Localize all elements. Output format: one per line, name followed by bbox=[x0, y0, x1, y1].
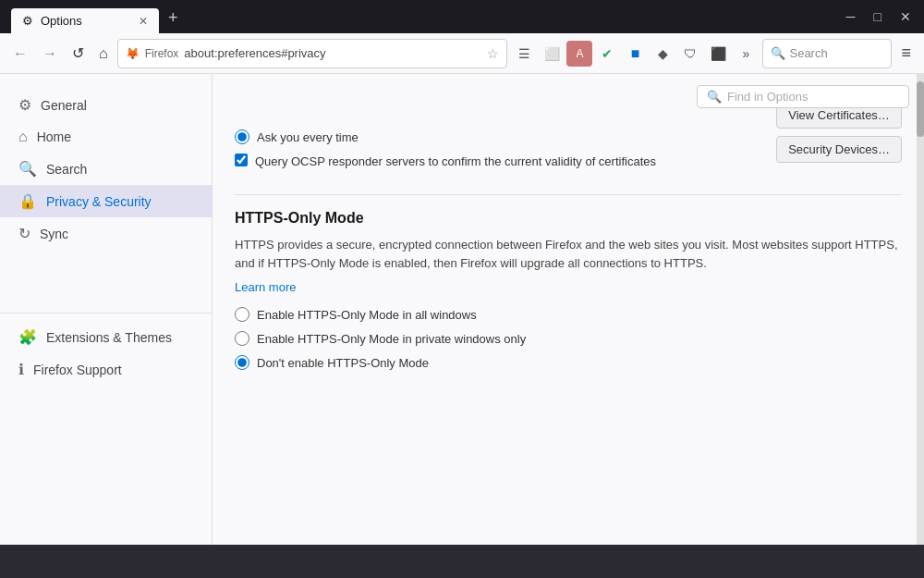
close-tab-icon[interactable]: ✕ bbox=[139, 15, 148, 28]
https-disable-label: Don't enable HTTPS-Only Mode bbox=[257, 356, 429, 370]
forward-button[interactable]: → bbox=[37, 42, 63, 66]
certificate-buttons: View Certificates… Security Devices… bbox=[776, 102, 902, 163]
new-tab-button[interactable]: + bbox=[159, 3, 188, 33]
content-body: Ask you every time Query OCSP responder … bbox=[235, 129, 902, 370]
radio-ask-every-time[interactable] bbox=[235, 129, 249, 144]
general-icon: ⚙ bbox=[18, 96, 31, 114]
sidebar: ⚙ General ⌂ Home 🔍 Search 🔒 Privacy & Se… bbox=[0, 74, 213, 545]
sync-icon: ↻ bbox=[18, 225, 30, 242]
sidebar-label-search: Search bbox=[46, 162, 87, 177]
title-bar: ⚙ Options ✕ + ─ □ ✕ bbox=[0, 0, 924, 33]
shield-verified-icon[interactable]: ✔ bbox=[594, 41, 620, 67]
search-placeholder: Search bbox=[789, 46, 827, 60]
https-private-only-label: Enable HTTPS-Only Mode in private window… bbox=[257, 332, 526, 346]
learn-more-link[interactable]: Learn more bbox=[235, 280, 296, 294]
sidebar-item-search[interactable]: 🔍 Search bbox=[0, 153, 212, 185]
more-tools-icon[interactable]: » bbox=[733, 41, 759, 67]
synced-tabs-icon[interactable]: ⬜ bbox=[539, 41, 565, 67]
https-all-windows-row: Enable HTTPS-Only Mode in all windows bbox=[235, 307, 902, 322]
search-bar[interactable]: 🔍 Search bbox=[762, 39, 892, 68]
extension-icon[interactable]: ■ bbox=[622, 41, 648, 67]
minimize-button[interactable]: ─ bbox=[841, 7, 861, 26]
maximize-button[interactable]: □ bbox=[869, 7, 887, 26]
https-disable-radio[interactable] bbox=[235, 355, 249, 370]
puzzle-icon: 🧩 bbox=[18, 328, 37, 346]
window-controls: ─ □ ✕ bbox=[841, 7, 917, 26]
ocsp-checkbox-row: Query OCSP responder servers to confirm … bbox=[235, 154, 765, 170]
extension2-icon[interactable]: ◆ bbox=[650, 41, 675, 67]
https-mode-options: Enable HTTPS-Only Mode in all windows En… bbox=[235, 307, 902, 370]
tab-label: Options bbox=[41, 14, 82, 28]
search-icon: 🔍 bbox=[18, 160, 37, 178]
find-search-icon: 🔍 bbox=[707, 90, 722, 104]
home-icon: ⌂ bbox=[18, 129, 28, 145]
shield-icon[interactable]: 🛡 bbox=[677, 41, 703, 67]
ocsp-label: Query OCSP responder servers to confirm … bbox=[255, 154, 656, 170]
search-icon: 🔍 bbox=[771, 46, 785, 60]
section-divider bbox=[235, 194, 902, 195]
scrollbar-thumb[interactable] bbox=[917, 81, 924, 137]
sidebar-label-support: Firefox Support bbox=[33, 363, 122, 377]
security-devices-button[interactable]: Security Devices… bbox=[776, 136, 902, 163]
https-all-windows-radio[interactable] bbox=[235, 307, 249, 322]
https-private-only-radio[interactable] bbox=[235, 331, 249, 346]
close-button[interactable]: ✕ bbox=[894, 7, 917, 26]
sidebar-label-home: Home bbox=[37, 129, 71, 144]
https-private-only-row: Enable HTTPS-Only Mode in private window… bbox=[235, 331, 902, 346]
radio-ask-every-time-row: Ask you every time bbox=[235, 129, 765, 144]
radio-ask-every-time-label: Ask you every time bbox=[257, 130, 359, 144]
https-disable-row: Don't enable HTTPS-Only Mode bbox=[235, 355, 902, 370]
home-button[interactable]: ⌂ bbox=[93, 42, 114, 66]
https-mode-desc: HTTPS provides a secure, encrypted conne… bbox=[235, 236, 902, 272]
toolbar-icons: ☰ ⬜ A ✔ ■ ◆ 🛡 ⬛ » bbox=[511, 41, 759, 67]
sidebar-item-support[interactable]: ℹ Firefox Support bbox=[0, 353, 212, 386]
active-tab[interactable]: ⚙ Options ✕ bbox=[11, 8, 159, 33]
sidebar-item-general[interactable]: ⚙ General bbox=[0, 89, 212, 121]
ocsp-section: Ask you every time Query OCSP responder … bbox=[235, 129, 765, 179]
content-area: 🔍 Find in Options Ask you every time Que… bbox=[213, 74, 924, 545]
info-icon: ℹ bbox=[18, 361, 24, 378]
back-button[interactable]: ← bbox=[7, 42, 33, 66]
sidebar-item-home[interactable]: ⌂ Home bbox=[0, 121, 212, 153]
sidebar-label-general: General bbox=[41, 98, 87, 113]
find-in-options[interactable]: 🔍 Find in Options bbox=[697, 85, 909, 108]
sidebar-bottom: 🧩 Extensions & Themes ℹ Firefox Support bbox=[0, 313, 212, 386]
app-menu-button[interactable]: ≡ bbox=[895, 40, 917, 67]
sidebar-label-extensions: Extensions & Themes bbox=[46, 330, 172, 345]
lock-icon: 🔒 bbox=[18, 192, 37, 210]
favicon-icon: 🦊 bbox=[126, 47, 140, 60]
scrollbar[interactable] bbox=[917, 74, 924, 545]
extension3-icon[interactable]: ⬛ bbox=[705, 41, 731, 67]
https-mode-section: HTTPS-Only Mode HTTPS provides a secure,… bbox=[235, 210, 902, 370]
sidebar-item-extensions[interactable]: 🧩 Extensions & Themes bbox=[0, 321, 212, 353]
tab-bar: ⚙ Options ✕ + bbox=[7, 0, 837, 33]
sidebar-label-privacy: Privacy & Security bbox=[46, 194, 152, 209]
bookmark-icon[interactable]: ☆ bbox=[487, 46, 499, 61]
reload-button[interactable]: ↺ bbox=[67, 41, 90, 66]
sidebar-item-sync[interactable]: ↻ Sync bbox=[0, 217, 212, 250]
browser-brand: Firefox bbox=[145, 47, 179, 60]
address-bar[interactable]: 🦊 Firefox about:preferences#privacy ☆ bbox=[117, 39, 508, 68]
ocsp-checkbox[interactable] bbox=[235, 154, 248, 166]
url-text: about:preferences#privacy bbox=[184, 46, 481, 60]
sidebar-label-sync: Sync bbox=[40, 227, 68, 241]
main-container: ⚙ General ⌂ Home 🔍 Search 🔒 Privacy & Se… bbox=[0, 74, 924, 545]
account-avatar[interactable]: A bbox=[566, 41, 592, 67]
find-placeholder: Find in Options bbox=[727, 90, 808, 104]
https-all-windows-label: Enable HTTPS-Only Mode in all windows bbox=[257, 308, 477, 322]
bookmarks-icon[interactable]: ☰ bbox=[511, 41, 537, 67]
toolbar: ← → ↺ ⌂ 🦊 Firefox about:preferences#priv… bbox=[0, 33, 924, 74]
https-mode-title: HTTPS-Only Mode bbox=[235, 210, 902, 227]
tab-icon: ⚙ bbox=[22, 14, 33, 28]
sidebar-item-privacy[interactable]: 🔒 Privacy & Security bbox=[0, 185, 212, 217]
